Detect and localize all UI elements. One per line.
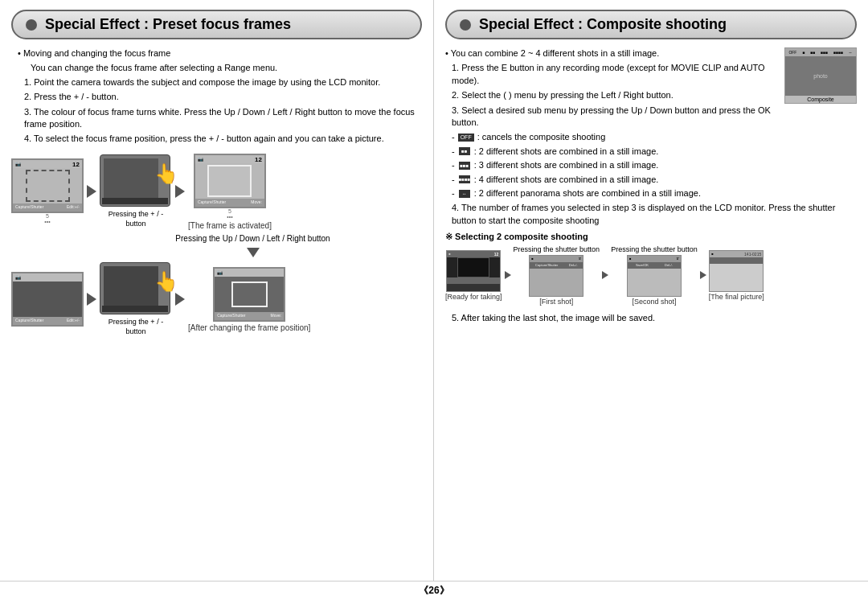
comp-col-1: ■ 12 [Ready for taking] [445,250,502,301]
camera-screen-4: 📷 Capture/Shutter Move: [213,267,285,322]
camera-screen-1: 📷12 Capture/Shutter Edit:+/- [11,158,84,213]
screen-col-1: 📷12 Capture/Shutter Edit:+/- 5••• [11,158,84,224]
screen-col-3: 📷 Capture/Shutter Edit:+/- [11,272,84,327]
comp-caption-4: [The final picture] [709,293,764,301]
step-1: 1. Point the camera towards the subject … [24,76,422,88]
solid-focus-box [207,165,252,197]
arrow-comp-3 [700,271,706,279]
comp-col-final: ■ 141-0215 [The final picture] [709,250,764,301]
camera-screen-2: 📷12 Capture/Shutter Move: [194,154,266,208]
step-3: 3. The colour of focus frame turns white… [24,106,422,131]
page-number: 《26》 [419,585,448,596]
dashed-focus-box [26,170,70,202]
selecting-note: ※ Selecting 2 composite shooting [445,232,857,242]
comp-caption-3: [Second shot] [632,298,676,306]
arrow-down-icon [247,248,260,257]
comp-second-shot-group: Pressing the shutter button ■ 5' Save/OK… [611,245,698,306]
pressing-shutter-2: Pressing the shutter button [611,245,698,255]
camera-screen-3: 📷 Capture/Shutter Edit:+/- [11,272,84,327]
bottom-image-row: 📷 Capture/Shutter Edit:+/- [11,262,422,337]
arrow-2 [175,185,185,198]
arrow-1 [87,185,96,198]
comp-screen-4: ■ 141-0215 [709,250,764,292]
header-dot [26,19,37,31]
dash-item-2: - ■■ : 2 different shots are combined in… [452,146,857,158]
comp-screen-2: ■ 5' Capture/ShutterDel+/- [529,255,583,297]
screen-col-2: 📷12 Capture/Shutter Move: 5••• [The fram… [188,154,272,230]
step-2: 2. Press the + / - button. [24,91,422,103]
screen-col-hand-2: 👆 Pressing the + / - button [100,262,172,337]
pressing-label-2: Pressing the + / - button [100,317,172,337]
comp-screen-3: ■ 5' Save/OKDel-/- [627,255,682,297]
composite-label: Composite [785,96,856,103]
dash-item-5: - ↔ : 2 different panorama shots are com… [452,187,857,199]
middle-section: Pressing the Up / Down / Left / Right bu… [84,233,422,261]
left-section-header: Special Effect : Preset focus frames [11,10,422,39]
dash-item-1: - OFF : cancels the composite shooting [452,131,857,143]
arrow-4 [175,293,185,306]
right-panel: Special Effect : Composite shooting OFF■… [434,0,868,581]
comp-caption-1: [Ready for taking] [445,293,502,301]
screen-col-4: 📷 Capture/Shutter Move: [After changing … [188,267,310,332]
right-section-header: Special Effect : Composite shooting [445,10,857,39]
right-step-3: 3. Select a desired sub menu by pressing… [452,105,857,129]
right-step-5: 5. After taking the last shot, the image… [452,312,857,324]
pressing-updown-label: Pressing the Up / Down / Left / Right bu… [175,233,330,245]
pressing-shutter-1: Pressing the shutter button [514,245,600,255]
step-4: 4. To select the focus frame position, p… [24,133,422,145]
composite-preview-img: OFF■■■■■■■■■■↔ photo Composite [784,47,857,104]
caption-frame-changed: [After changing the frame position] [188,323,310,332]
pressing-label-1: Pressing the + / - button [100,209,172,229]
top-image-row: 📷12 Capture/Shutter Edit:+/- 5••• [11,154,422,230]
right-title: Special Effect : Composite shooting [479,16,727,33]
left-panel: Special Effect : Preset focus frames Mov… [0,0,434,581]
right-header-dot [460,19,471,31]
dash-item-3: - ■■■ : 3 different shots are combined i… [452,159,857,171]
left-title: Special Effect : Preset focus frames [45,16,291,33]
caption-frame-activated: [The frame is activated] [188,221,272,230]
left-content: Moving and changing the focus frame You … [18,47,422,146]
sub-1: You can change the focus frame after sel… [31,62,422,74]
bullet-1: Moving and changing the focus frame [18,47,422,60]
dash-item-4: - ■■■■ : 4 different shots are combined … [452,174,857,186]
arrow-comp-1 [505,271,511,279]
screen-col-hand: 👆 Pressing the + / - button [100,154,172,229]
right-content: OFF■■■■■■■■■■↔ photo Composite You can c… [445,47,857,327]
arrow-comp-2 [602,271,608,279]
right-step-4: 4. The number of frames you selected in … [452,202,857,227]
comp-screen-1: ■ 12 [446,250,501,292]
comp-first-shot-group: Pressing the shutter button ■ 5' Capture… [514,245,600,306]
arrow-3 [87,293,96,306]
page-footer: 《26》 [0,581,868,600]
comp-caption-2: [First shot] [539,298,573,306]
composite-shooting-row: ■ 12 [Ready for taking] Pressing the shu… [445,245,857,306]
